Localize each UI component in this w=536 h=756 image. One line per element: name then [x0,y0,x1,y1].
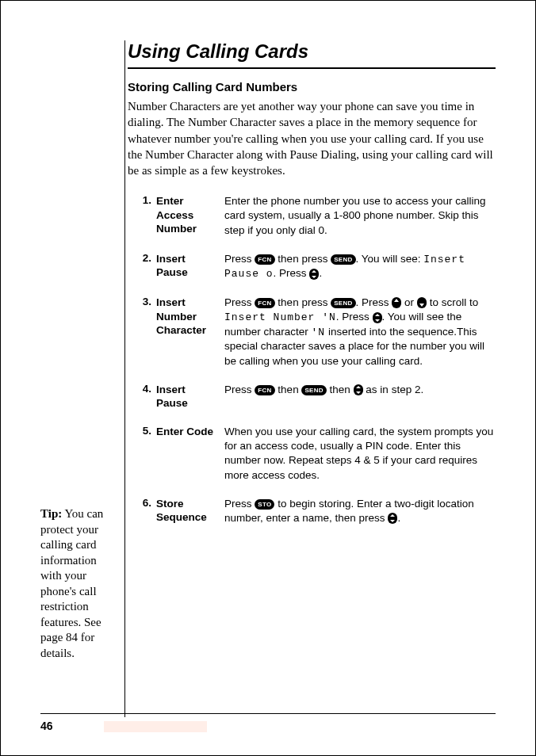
intro-paragraph: Number Characters are yet another way yo… [128,98,496,178]
page: Using Calling Cards Storing Calling Card… [0,0,536,756]
highlight-bar [104,721,207,732]
step-description: Press STO to begin storing. Enter a two-… [224,497,496,525]
text: then [327,384,354,395]
text: Press [224,296,255,308]
step-description: When you use your calling card, the syst… [224,425,496,483]
step-2: 2. Insert Pause Press FCN then press SEN… [128,252,496,281]
scroll-icon [373,312,382,323]
text: then [275,384,302,395]
step-number: 1. [128,194,156,238]
step-number: 2. [128,252,156,281]
text: . Press [356,296,392,308]
text: . [397,512,400,524]
scroll-down-icon [417,297,427,308]
step-3: 3. Insert Number Character Press FCN the… [128,296,496,368]
text: to scroll to [427,296,478,308]
main-content: Using Calling Cards Storing Calling Card… [128,40,496,525]
text: . [319,267,322,279]
step-label: Store Sequence [156,497,224,525]
sto-button-icon: STO [255,499,274,510]
lcd-text: 'N [312,326,326,338]
step-label: Insert Pause [156,383,224,410]
fcn-button-icon: FCN [255,298,274,308]
send-button-icon: SEND [331,254,355,265]
text: as in step 2. [363,384,424,395]
step-1: 1. Enter Access Number Enter the phone n… [128,194,496,238]
send-button-icon: SEND [301,385,326,395]
text: or [401,296,417,308]
steps-list: 1. Enter Access Number Enter the phone n… [128,194,496,525]
page-title: Using Calling Cards [128,40,496,69]
fcn-button-icon: FCN [255,385,274,395]
text: Press [224,253,255,265]
vertical-rule [124,40,125,717]
step-description: Press FCN then SEND then as in step 2. [224,383,496,410]
section-heading: Storing Calling Card Numbers [128,80,496,94]
step-label: Enter Access Number [156,194,224,238]
scroll-icon [354,384,363,395]
sidebar-tip: Tip: You can protect your calling card i… [40,506,120,661]
tip-body: You can protect your calling card inform… [40,507,103,659]
step-label: Enter Code [156,425,224,483]
step-description: Press FCN then press SEND. Press or to s… [224,296,496,368]
text: then press [275,253,331,265]
step-number: 5. [128,425,156,483]
text: . You will see: [356,253,424,265]
text: then press [275,296,331,308]
step-description: Press FCN then press SEND. You will see:… [224,252,496,281]
step-number: 6. [128,497,156,525]
step-label: Insert Number Character [156,296,224,368]
scroll-up-icon [392,297,401,308]
step-4: 4. Insert Pause Press FCN then SEND then… [128,383,496,410]
step-5: 5. Enter Code When you use your calling … [128,425,496,483]
scroll-icon [309,269,319,280]
text: Press [224,384,255,395]
step-number: 4. [128,383,156,410]
text: . Press [336,311,373,323]
tip-label: Tip: [40,507,62,520]
lcd-text: Insert Number 'N [224,311,336,323]
step-description: Enter the phone number you use to access… [224,194,496,238]
text: . Press [274,267,310,279]
scroll-icon [388,513,397,524]
step-number: 3. [128,296,156,368]
send-button-icon: SEND [331,298,355,308]
step-6: 6. Store Sequence Press STO to begin sto… [128,497,496,525]
page-number: 46 [40,720,53,732]
text: Press [224,498,255,510]
page-footer: 46 [40,713,496,733]
fcn-button-icon: FCN [255,254,274,265]
step-label: Insert Pause [156,252,224,281]
